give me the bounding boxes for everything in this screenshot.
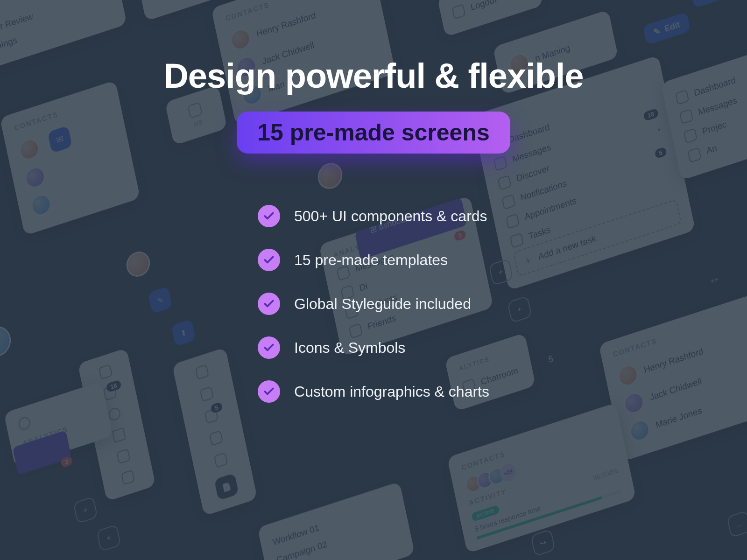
check-icon xyxy=(258,205,280,227)
feature-item: 500+ UI components & cards xyxy=(258,205,489,227)
hero-headline: Design powerful & flexible xyxy=(163,56,583,96)
check-icon xyxy=(258,293,280,315)
feature-list: 500+ UI components & cards 15 pre-made t… xyxy=(258,205,489,403)
feature-label: 500+ UI components & cards xyxy=(294,208,487,225)
feature-item: Custom infographics & charts xyxy=(258,380,489,403)
check-icon xyxy=(258,249,280,271)
check-icon xyxy=(258,336,280,359)
feature-label: Custom infographics & charts xyxy=(294,383,489,400)
feature-item: Global Styleguide included xyxy=(258,293,489,315)
feature-item: Icons & Symbols xyxy=(258,336,489,359)
check-icon xyxy=(258,380,280,403)
feature-item: 15 pre-made templates xyxy=(258,249,489,271)
hero-pill: 15 pre-made screens xyxy=(237,112,510,154)
feature-label: 15 pre-made templates xyxy=(294,252,448,269)
feature-label: Global Styleguide included xyxy=(294,295,471,313)
feature-label: Icons & Symbols xyxy=(294,339,405,357)
